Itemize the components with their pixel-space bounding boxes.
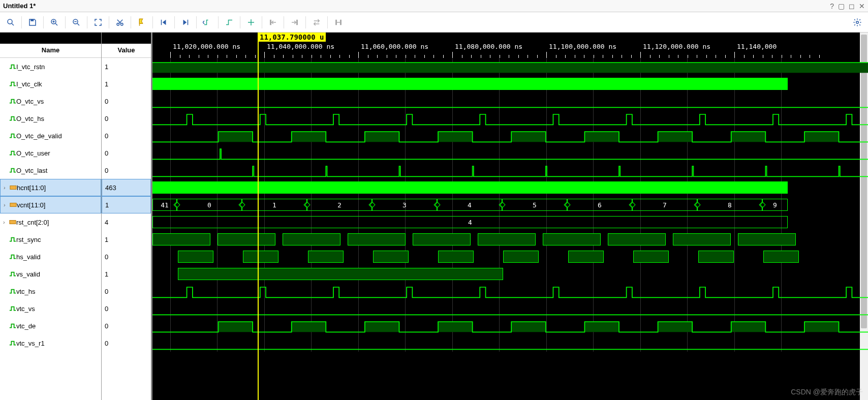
signal-name-row[interactable]: vtc_vs	[0, 300, 101, 317]
go-first-button[interactable]	[155, 15, 172, 30]
svg-rect-40	[438, 322, 473, 332]
signal-name-row[interactable]: O_vtc_last	[0, 162, 101, 179]
waveform-row[interactable]: 4	[152, 213, 868, 231]
signal-name-row[interactable]: O_vtc_de_valid	[0, 127, 101, 144]
waveform-row[interactable]	[152, 265, 868, 283]
signal-value-cell[interactable]: 0	[102, 144, 151, 162]
time-label: 11,100,000.000 ns	[549, 43, 616, 50]
waveform-row[interactable]	[152, 283, 868, 300]
titlebar: Untitled 1* ? ▢ ◻ ✕	[0, 0, 868, 12]
signal-value-cell[interactable]: 0	[102, 110, 151, 127]
signal-value-cell[interactable]: 0	[102, 127, 151, 144]
marker-button[interactable]	[133, 15, 150, 30]
waveform-row[interactable]: 410123456789	[152, 196, 868, 213]
cursor-marker-label[interactable]: 11,037.790000 u	[258, 33, 326, 42]
svg-rect-29	[292, 132, 326, 142]
waveform-row[interactable]	[152, 179, 868, 196]
waveform-row[interactable]	[152, 93, 868, 110]
waveform-row[interactable]	[152, 58, 868, 75]
time-ruler[interactable]: 11,037.790000 u 11,020,000.000 ns11,040,…	[152, 33, 868, 58]
waveform-row[interactable]	[152, 248, 868, 265]
signal-value-cell[interactable]: 0	[102, 283, 151, 300]
cursor-marker-line[interactable]	[258, 33, 259, 400]
signal-name-row[interactable]: ›vcnt[11:0]	[0, 196, 101, 213]
signal-name-label: vtc_de	[16, 322, 36, 330]
svg-rect-20	[297, 20, 298, 24]
waveform-row[interactable]	[152, 300, 868, 317]
signal-value-cell[interactable]: 1	[102, 75, 151, 93]
signal-name-row[interactable]: rst_sync	[0, 231, 101, 248]
svg-rect-33	[584, 132, 619, 142]
svg-rect-15	[161, 19, 162, 25]
maximize-icon[interactable]: ◻	[849, 2, 855, 10]
add-marker-button[interactable]	[242, 15, 260, 30]
signal-value-cell[interactable]: 0	[102, 248, 151, 265]
settings-button[interactable]	[849, 15, 866, 30]
waveform-row[interactable]	[152, 231, 868, 248]
svg-rect-2	[30, 19, 34, 21]
signal-name-label: vcnt[11:0]	[17, 201, 45, 209]
signal-name-label: hs_valid	[16, 253, 41, 261]
signal-name-row[interactable]: O_vtc_hs	[0, 110, 101, 127]
waveform-row[interactable]	[152, 317, 868, 334]
zoom-in-button[interactable]	[46, 15, 63, 30]
nav-prev-button[interactable]	[264, 15, 282, 30]
signal-value-cell[interactable]: 0	[102, 317, 151, 334]
signal-name-row[interactable]: I_vtc_rstn	[0, 58, 101, 75]
swap-button[interactable]	[308, 15, 325, 30]
svg-rect-24	[10, 186, 16, 190]
signal-value-cell[interactable]: 0	[102, 162, 151, 179]
waveform-row[interactable]	[152, 110, 868, 127]
time-label: 11,140,000	[737, 43, 777, 50]
signal-name-row[interactable]: I_vtc_clk	[0, 75, 101, 93]
svg-rect-31	[438, 132, 473, 142]
svg-rect-32	[511, 132, 546, 142]
waveform-row[interactable]	[152, 127, 868, 144]
svg-line-4	[55, 23, 57, 25]
signal-value-cell[interactable]: 0	[102, 300, 151, 317]
signal-name-row[interactable]: vtc_hs	[0, 283, 101, 300]
signal-name-label: hcnt[11:0]	[17, 184, 46, 192]
waveform-row[interactable]	[152, 162, 868, 179]
nav-next-button[interactable]	[286, 15, 303, 30]
search-button[interactable]	[2, 15, 19, 30]
time-label: 11,020,000.000 ns	[173, 43, 240, 50]
signal-value-cell[interactable]: 1	[102, 196, 151, 213]
svg-point-0	[8, 19, 12, 24]
cut-button[interactable]	[111, 15, 129, 30]
next-edge-button[interactable]	[221, 15, 238, 30]
signal-name-row[interactable]: vtc_de	[0, 317, 101, 334]
range-button[interactable]	[330, 15, 347, 30]
save-button[interactable]	[24, 15, 41, 30]
signal-value-cell[interactable]: 4	[102, 213, 151, 231]
signal-name-row[interactable]: O_vtc_vs	[0, 93, 101, 110]
signal-name-row[interactable]: ›rst_cnt[2:0]	[0, 213, 101, 231]
signal-value-cell[interactable]: 1	[102, 265, 151, 283]
signal-name-row[interactable]: hs_valid	[0, 248, 101, 265]
zoom-out-button[interactable]	[68, 15, 85, 30]
signal-value-cell[interactable]: 1	[102, 58, 151, 75]
signal-name-row[interactable]: ›hcnt[11:0]	[0, 179, 101, 196]
signal-value-cell[interactable]: 463	[102, 179, 151, 196]
signal-value-cell[interactable]: 0	[102, 334, 151, 352]
zoom-fit-button[interactable]	[89, 15, 107, 30]
toolbar	[0, 12, 868, 33]
window-title: Untitled 1*	[3, 2, 36, 10]
minimize-icon[interactable]: ▢	[838, 2, 845, 10]
signal-name-row[interactable]: vs_valid	[0, 265, 101, 283]
time-label: 11,120,000.000 ns	[643, 43, 710, 50]
help-icon[interactable]: ?	[830, 2, 834, 10]
waveform-panel[interactable]: 11,037.790000 u 11,020,000.000 ns11,040,…	[152, 33, 868, 400]
signal-value-cell[interactable]: 0	[102, 93, 151, 110]
close-icon[interactable]: ✕	[859, 2, 865, 10]
waveform-area[interactable]: 4101234567894	[152, 58, 868, 352]
waveform-row[interactable]	[152, 334, 868, 352]
go-last-button[interactable]	[177, 15, 194, 30]
waveform-row[interactable]	[152, 75, 868, 93]
prev-edge-button[interactable]	[199, 15, 216, 30]
signal-value-cell[interactable]: 1	[102, 231, 151, 248]
svg-rect-21	[336, 20, 337, 24]
signal-name-row[interactable]: vtc_vs_r1	[0, 334, 101, 352]
waveform-row[interactable]	[152, 144, 868, 162]
signal-name-row[interactable]: O_vtc_user	[0, 144, 101, 162]
